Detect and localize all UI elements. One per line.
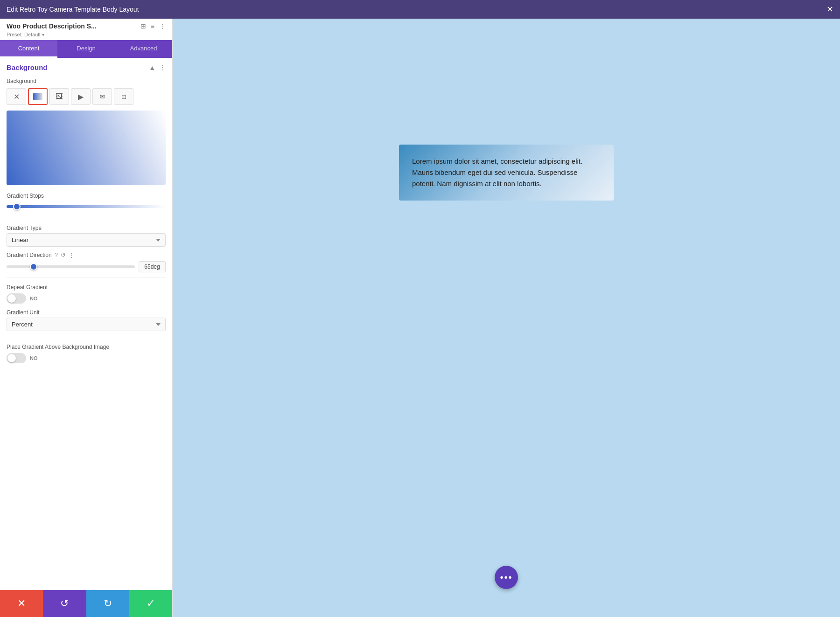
bg-type-pattern[interactable]: ⊡: [114, 88, 133, 105]
preset-caret: ▾: [42, 32, 44, 37]
toggle-knob: [7, 294, 16, 303]
content-box-text: Lorem ipsum dolor sit amet, consectetur …: [412, 157, 582, 187]
gradient-direction-track: [7, 265, 135, 268]
content-box: Lorem ipsum dolor sit amet, consectetur …: [399, 145, 614, 201]
tab-design[interactable]: Design: [57, 40, 115, 58]
gradient-direction-value[interactable]: 65deg: [139, 261, 166, 272]
repeat-gradient-toggle[interactable]: [7, 293, 26, 304]
divider-2: [7, 277, 166, 277]
section-title: Background: [7, 63, 48, 71]
gradient-type-select[interactable]: Linear Radial: [7, 233, 166, 247]
divider-1: [7, 219, 166, 219]
widget-meta-icons: ⊞ ≡ ⋮: [140, 22, 166, 30]
section-header: Background ▲ ⋮: [0, 58, 172, 75]
canvas-area: Lorem ipsum dolor sit amet, consectetur …: [173, 19, 840, 617]
left-panel: Woo Product Description S... ⊞ ≡ ⋮ Prese…: [0, 19, 173, 617]
gradient-stops-slider[interactable]: [7, 202, 166, 211]
gradient-direction-row: Gradient Direction ? ↺ ⋮ 65deg: [0, 250, 172, 274]
svg-rect-0: [33, 93, 42, 100]
cancel-button[interactable]: ✕: [0, 590, 43, 617]
redo-button[interactable]: ↻: [86, 590, 129, 617]
gradient-unit-label: Gradient Unit: [7, 309, 166, 316]
gradient-stops-track: [7, 205, 166, 208]
background-label: Background: [0, 75, 172, 86]
tab-content[interactable]: Content: [0, 40, 57, 58]
collapse-icon[interactable]: ▲: [149, 64, 155, 71]
place-gradient-above-row: Place Gradient Above Background Image NO: [0, 340, 172, 366]
gradient-stops-thumb[interactable]: [13, 203, 21, 210]
bg-type-video[interactable]: ▶: [71, 88, 91, 105]
bg-type-gradient[interactable]: [28, 88, 48, 105]
section-more-icon[interactable]: ⋮: [159, 64, 166, 71]
gradient-stops-label: Gradient Stops: [0, 191, 172, 202]
gradient-direction-more-icon[interactable]: ⋮: [69, 251, 75, 258]
widget-header: Woo Product Description S... ⊞ ≡ ⋮: [0, 19, 172, 32]
gradient-direction-thumb[interactable]: [30, 263, 37, 270]
panel-content: Background ▲ ⋮ Background ✕: [0, 58, 172, 590]
more-icon[interactable]: ⋮: [159, 22, 166, 30]
bottom-bar: ✕ ↺ ↻ ✓: [0, 590, 172, 617]
undo-button[interactable]: ↺: [43, 590, 86, 617]
title-bar: Edit Retro Toy Camera Template Body Layo…: [0, 0, 840, 19]
place-gradient-above-label: Place Gradient Above Background Image: [7, 344, 166, 350]
repeat-gradient-toggle-text: NO: [30, 296, 38, 301]
gradient-direction-slider-row: 65deg: [7, 261, 166, 272]
background-type-row: ✕: [0, 86, 172, 109]
gradient-direction-help-icon[interactable]: ?: [55, 251, 58, 258]
gradient-unit-select[interactable]: Percent Pixels: [7, 318, 166, 331]
bg-type-slideshow[interactable]: ✉: [92, 88, 112, 105]
gradient-direction-label: Gradient Direction: [7, 252, 52, 258]
widget-name: Woo Product Description S...: [7, 22, 97, 30]
save-button[interactable]: ✓: [129, 590, 172, 617]
repeat-gradient-row: Repeat Gradient NO: [0, 280, 172, 306]
place-gradient-above-toggle[interactable]: [7, 353, 26, 363]
place-gradient-above-toggle-text: NO: [30, 355, 38, 361]
fab-button[interactable]: •••: [495, 566, 518, 589]
gradient-icon: [33, 93, 42, 100]
gradient-preview: [7, 111, 166, 185]
widget-preset[interactable]: Preset: Default ▾: [0, 32, 172, 40]
tab-advanced[interactable]: Advanced: [115, 40, 172, 58]
bg-type-image[interactable]: 🖼: [49, 88, 69, 105]
tabs-bar: Content Design Advanced: [0, 40, 172, 58]
responsive-icon[interactable]: ⊞: [140, 22, 146, 30]
repeat-gradient-label: Repeat Gradient: [7, 284, 166, 291]
divider-3: [7, 337, 166, 337]
window-title: Edit Retro Toy Camera Template Body Layo…: [7, 6, 139, 13]
place-gradient-above-knob: [7, 354, 16, 362]
close-button[interactable]: ✕: [826, 5, 833, 14]
gradient-direction-reset-icon[interactable]: ↺: [61, 251, 66, 258]
gradient-type-row: Gradient Type Linear Radial: [0, 222, 172, 250]
gradient-direction-label-row: Gradient Direction ? ↺ ⋮: [7, 251, 166, 258]
layout-icon[interactable]: ≡: [151, 22, 154, 30]
repeat-gradient-toggle-wrapper: NO: [7, 293, 166, 304]
bg-type-none[interactable]: ✕: [7, 88, 26, 105]
section-controls: ▲ ⋮: [149, 64, 166, 71]
place-gradient-above-toggle-wrapper: NO: [7, 353, 166, 363]
gradient-unit-row: Gradient Unit Percent Pixels: [0, 306, 172, 334]
main-layout: Woo Product Description S... ⊞ ≡ ⋮ Prese…: [0, 19, 840, 617]
gradient-type-label: Gradient Type: [7, 225, 166, 231]
